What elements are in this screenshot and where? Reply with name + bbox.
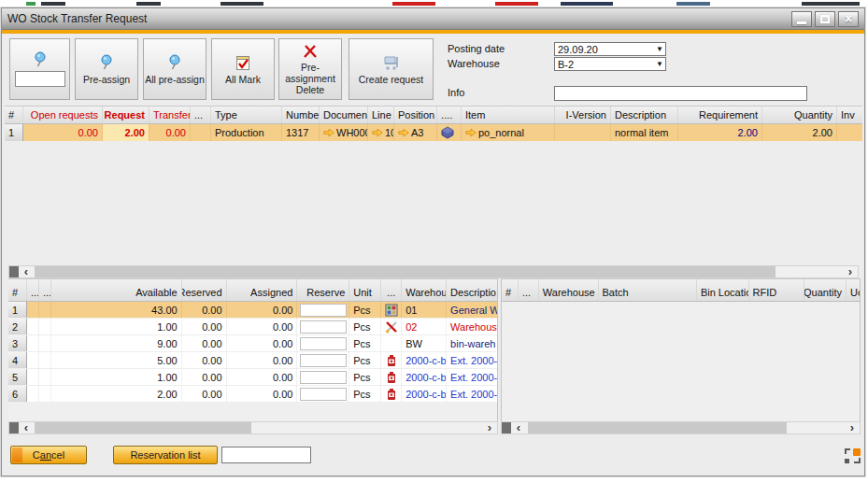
warehouse-description: General W bbox=[447, 302, 497, 318]
table-row[interactable]: 1 43.00 0.00 0.00 Pcs 01 General W bbox=[8, 302, 497, 319]
table-row[interactable]: 6 2.00 0.00 0.00 Pcs 2000-c-b Ext. 2000- bbox=[8, 386, 497, 403]
warehouse-label: Warehouse bbox=[448, 57, 550, 71]
scrollbar-thumb[interactable] bbox=[35, 266, 776, 277]
reserved-value: 0.00 bbox=[182, 319, 227, 334]
dots-cell bbox=[27, 319, 39, 334]
posting-date-select[interactable]: 29.09.20 ▼ bbox=[554, 42, 666, 56]
reserve-input[interactable] bbox=[300, 371, 347, 384]
row-number[interactable]: 4 bbox=[8, 352, 27, 368]
warehouse-description: bin-wareh bbox=[447, 335, 497, 351]
info-input[interactable] bbox=[554, 86, 807, 101]
warehouse-code-link[interactable]: 2000-c-b bbox=[402, 352, 447, 368]
reservation-list-button[interactable]: Reservation list bbox=[113, 446, 218, 464]
warehouse-code-link[interactable]: 2000-c-b bbox=[402, 369, 447, 385]
col-inv: Inv bbox=[837, 107, 862, 123]
reserve-input[interactable] bbox=[300, 320, 347, 334]
all-mark-button[interactable]: All Mark bbox=[211, 38, 275, 100]
table-row[interactable]: 1 0.00 2.00 0.00 Production 1317 WH000 1… bbox=[5, 124, 862, 141]
cancel-button[interactable]: Cancel bbox=[10, 446, 87, 464]
batch-hscrollbar[interactable]: ‹ › bbox=[501, 421, 861, 434]
pre-assignment-delete-button[interactable]: Pre-assignment Delete bbox=[278, 38, 342, 100]
link-arrow-icon[interactable] bbox=[323, 128, 334, 137]
titlebar[interactable]: WO Stock Transfer Request × bbox=[2, 8, 864, 30]
col-dots: ... bbox=[27, 279, 39, 301]
warehouse-code-link[interactable]: 2000-c-b bbox=[402, 386, 447, 402]
col-assigned: Assigned bbox=[227, 279, 298, 301]
unit-value: Pcs bbox=[349, 386, 381, 402]
warehouse-description: Ext. 2000- bbox=[447, 352, 497, 368]
scroll-right-button[interactable]: › bbox=[844, 266, 857, 277]
all-pre-assign-button[interactable]: All pre-assign bbox=[143, 38, 206, 100]
reserve-input[interactable] bbox=[300, 304, 347, 317]
clipboard-check-icon bbox=[235, 54, 251, 71]
reserve-input[interactable] bbox=[300, 354, 347, 367]
scroll-left-button[interactable]: ‹ bbox=[20, 266, 33, 277]
scroll-left-button[interactable]: ‹ bbox=[512, 422, 525, 433]
batch-panel: # ... Warehouse Batch Bin Locatio RFID Q… bbox=[501, 278, 861, 421]
dots-cell bbox=[27, 386, 39, 402]
create-request-label: Create request bbox=[359, 74, 423, 85]
pin-entry-button[interactable] bbox=[9, 38, 70, 100]
table-row[interactable]: 4 5.00 0.00 0.00 Pcs 2000-c-b Ext. 2000- bbox=[8, 352, 497, 369]
window-controls: × bbox=[789, 11, 859, 27]
position-value: A3 bbox=[411, 127, 423, 138]
pre-assign-button[interactable]: Pre-assign bbox=[75, 38, 138, 100]
available-value: 1.00 bbox=[51, 319, 182, 334]
assigned-value: 0.00 bbox=[227, 335, 298, 351]
dots-cell bbox=[39, 335, 51, 351]
pin-entry-input[interactable] bbox=[15, 71, 65, 87]
reserve-input[interactable] bbox=[300, 337, 347, 350]
close-button[interactable]: × bbox=[838, 11, 859, 27]
link-arrow-icon[interactable] bbox=[372, 128, 383, 137]
row-number[interactable]: 3 bbox=[8, 335, 27, 351]
row-number[interactable]: 1 bbox=[8, 302, 27, 318]
col-num: # bbox=[502, 279, 519, 301]
requests-table: # Open requests Request Transfered ... .… bbox=[5, 106, 862, 141]
reserve-input[interactable] bbox=[300, 388, 347, 401]
scroll-right-button[interactable]: › bbox=[846, 422, 859, 433]
chevron-down-icon[interactable]: ▼ bbox=[656, 45, 663, 53]
inv-value bbox=[837, 124, 862, 141]
dialog-title: WO Stock Transfer Request bbox=[7, 12, 147, 25]
link-arrow-icon[interactable] bbox=[398, 128, 409, 137]
create-request-button[interactable]: Create request bbox=[349, 38, 434, 100]
col-i-version: I-Version bbox=[555, 107, 611, 123]
warehouse-select[interactable]: B-2 ▼ bbox=[554, 57, 666, 71]
scroll-right-button[interactable]: › bbox=[483, 422, 496, 433]
row-number[interactable]: 6 bbox=[8, 386, 27, 402]
canister-icon bbox=[381, 352, 402, 368]
row-number[interactable]: 2 bbox=[8, 319, 27, 334]
row-number[interactable]: 1 bbox=[5, 124, 23, 141]
footer-input[interactable] bbox=[221, 447, 311, 463]
document-value: WH000 bbox=[336, 127, 368, 138]
scrollbar-thumb[interactable] bbox=[528, 422, 787, 433]
scroll-left-button[interactable]: ‹ bbox=[20, 422, 33, 433]
assigned-value: 0.00 bbox=[227, 386, 298, 402]
minimize-button[interactable] bbox=[791, 11, 812, 27]
link-arrow-icon[interactable] bbox=[465, 128, 477, 137]
table-row[interactable]: 3 9.00 0.00 0.00 Pcs BW bin-wareh bbox=[8, 335, 497, 352]
available-value: 2.00 bbox=[51, 386, 182, 402]
row-number[interactable]: 5 bbox=[8, 369, 27, 385]
col-rfid: RFID bbox=[749, 279, 805, 301]
requests-table-empty-area bbox=[5, 141, 862, 265]
col-dots: ... bbox=[519, 279, 539, 301]
close-icon: × bbox=[845, 12, 852, 25]
type-value: Production bbox=[211, 124, 282, 141]
background-fragment bbox=[802, 2, 860, 6]
maximize-button[interactable] bbox=[815, 11, 835, 27]
request-value[interactable]: 2.00 bbox=[103, 124, 149, 141]
item-cube-icon bbox=[441, 126, 454, 139]
scrollbar-thumb[interactable] bbox=[35, 422, 251, 433]
col-line1: Line 1 bbox=[368, 107, 394, 123]
col-item: Item bbox=[462, 107, 555, 123]
scrollbar-cap bbox=[502, 422, 511, 433]
table-row[interactable]: 2 1.00 0.00 0.00 Pcs 02 Warehous bbox=[8, 319, 497, 335]
availability-hscrollbar[interactable]: ‹ › bbox=[8, 421, 498, 434]
resize-squares-icon[interactable] bbox=[845, 448, 861, 463]
table-row[interactable]: 5 1.00 0.00 0.00 Pcs 2000-c-b Ext. 2000- bbox=[8, 369, 497, 386]
chevron-down-icon[interactable]: ▼ bbox=[656, 60, 663, 68]
requests-table-hscrollbar[interactable]: ‹ › bbox=[8, 265, 859, 278]
col-num: # bbox=[8, 279, 27, 301]
cancel-button-accent bbox=[12, 447, 22, 462]
